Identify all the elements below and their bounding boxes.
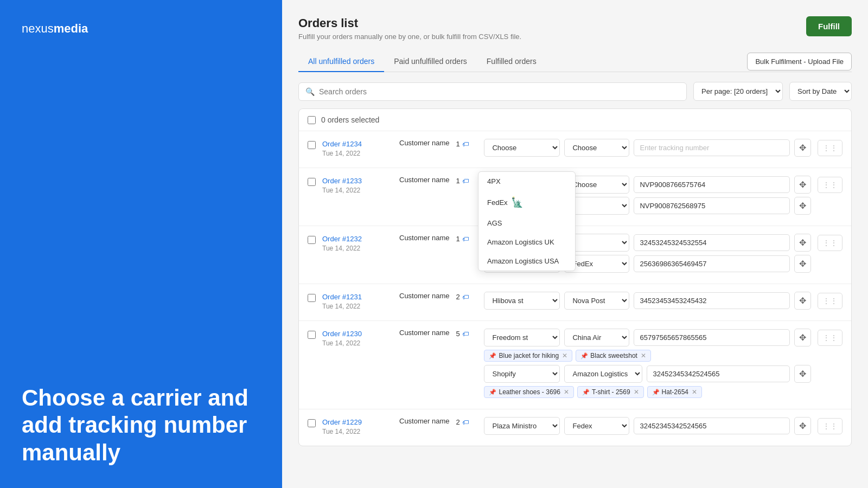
fulfill-button[interactable]: Fulfill bbox=[806, 16, 852, 36]
dropdown-item-4px[interactable]: 4PX bbox=[478, 172, 575, 191]
copy-button[interactable]: ✥ bbox=[794, 292, 811, 310]
address-select[interactable]: Plaza Ministro bbox=[484, 417, 560, 435]
carrier-select[interactable]: Nova Post bbox=[564, 292, 629, 310]
order-checkbox[interactable] bbox=[308, 236, 316, 244]
order-customer: Customer name bbox=[399, 329, 449, 337]
tags-row-2: 📌 Leather shoes - 3696 ✕ 📌 T-shirt - 256… bbox=[484, 386, 811, 398]
tab-paid-unfulfilled[interactable]: Paid unfulfilled orders bbox=[384, 52, 477, 72]
remove-tag-button[interactable]: ✕ bbox=[564, 388, 569, 396]
order-count: 1 🏷 bbox=[456, 140, 477, 148]
copy-button[interactable]: ✥ bbox=[794, 255, 811, 273]
customer-name: Customer name bbox=[399, 176, 449, 184]
order-checkbox[interactable] bbox=[308, 331, 316, 339]
tracking-input[interactable] bbox=[634, 329, 790, 346]
order-checkbox[interactable] bbox=[308, 178, 316, 186]
order-customer: Customer name bbox=[399, 417, 449, 425]
select-all-checkbox[interactable] bbox=[308, 116, 316, 124]
page-title: Orders list bbox=[298, 16, 521, 30]
sort-select[interactable]: Sort by Date bbox=[789, 82, 852, 101]
order-fulfillment: Freedom st China Air ✥ 📌 Blue jacket for… bbox=[484, 329, 811, 401]
order-checkbox[interactable] bbox=[308, 141, 316, 149]
orders-area: 0 orders selected Order #1234 Tue 14, 20… bbox=[298, 108, 852, 446]
order-number-link[interactable]: Order #1232 bbox=[322, 235, 362, 243]
search-box: 🔍 bbox=[298, 82, 687, 101]
carrier-select[interactable]: China Air bbox=[564, 329, 629, 346]
drag-handle[interactable]: ⋮⋮ bbox=[818, 418, 843, 434]
select-all-row: 0 orders selected bbox=[299, 109, 851, 131]
page-subtitle: Fulfill your orders manually one by one,… bbox=[298, 33, 521, 41]
order-count: 1 🏷 bbox=[456, 235, 477, 243]
tracking-input[interactable] bbox=[634, 292, 790, 309]
tracking-input[interactable] bbox=[634, 418, 790, 434]
pin-icon: 📌 bbox=[580, 352, 588, 359]
order-customer: Customer name bbox=[399, 139, 449, 147]
dropdown-item-amazon-usa[interactable]: Amazon Logistics USA bbox=[478, 252, 575, 271]
order-info: Order #1234 Tue 14, 2022 bbox=[322, 139, 393, 157]
bulk-fulfillment-button[interactable]: Bulk Fulfilment - Upload File bbox=[747, 53, 852, 70]
order-number-link[interactable]: Order #1233 bbox=[322, 177, 362, 185]
address-select[interactable]: Shopify bbox=[484, 365, 560, 383]
copy-button[interactable]: ✥ bbox=[794, 197, 811, 215]
copy-button[interactable]: ✥ bbox=[794, 234, 811, 252]
order-date: Tue 14, 2022 bbox=[322, 339, 393, 347]
order-number-link[interactable]: Order #1229 bbox=[322, 418, 362, 426]
tracking-input[interactable] bbox=[634, 139, 790, 156]
customer-name: Customer name bbox=[399, 417, 449, 425]
list-item: 📌 Hat-2654 ✕ bbox=[647, 386, 702, 398]
dropdown-item-fedex[interactable]: FedEx 🗽 bbox=[478, 191, 575, 214]
drag-handle[interactable]: ⋮⋮ bbox=[818, 235, 843, 251]
dropdown-item-amazon-uk[interactable]: Amazon Logistics UK bbox=[478, 233, 575, 252]
copy-button[interactable]: ✥ bbox=[794, 176, 811, 194]
search-input[interactable] bbox=[319, 87, 680, 96]
drag-handle[interactable]: ⋮⋮ bbox=[818, 177, 843, 193]
copy-button[interactable]: ✥ bbox=[794, 329, 811, 346]
remove-tag-button[interactable]: ✕ bbox=[562, 352, 567, 359]
order-date: Tue 14, 2022 bbox=[322, 245, 393, 252]
order-checkbox[interactable] bbox=[308, 294, 316, 302]
drag-handle[interactable]: ⋮⋮ bbox=[818, 140, 843, 156]
tracking-input[interactable] bbox=[634, 176, 790, 193]
carrier-select[interactable]: Fedex bbox=[564, 417, 629, 435]
carrier-select[interactable]: Choose bbox=[564, 139, 629, 157]
list-item: 📌 Blue jacket for hiking ✕ bbox=[484, 350, 572, 362]
remove-tag-button[interactable]: ✕ bbox=[641, 352, 646, 359]
order-count: 2 🏷 bbox=[456, 293, 477, 301]
fulfillment-line: Shopify Amazon Logistics ✥ bbox=[484, 365, 811, 383]
order-checkbox[interactable] bbox=[308, 419, 316, 427]
order-customer: Customer name bbox=[399, 176, 449, 184]
order-info: Order #1233 Tue 14, 2022 bbox=[322, 176, 393, 194]
address-select[interactable]: Choose bbox=[484, 139, 560, 157]
tag-label: Leather shoes - 3696 bbox=[499, 388, 560, 396]
tag-icon: 🏷 bbox=[462, 140, 469, 148]
order-number-link[interactable]: Order #1230 bbox=[322, 330, 362, 338]
tag-icon: 🏷 bbox=[462, 330, 469, 338]
pin-icon: 📌 bbox=[489, 389, 496, 396]
select-all-label: 0 orders selected bbox=[321, 115, 379, 124]
copy-button[interactable]: ✥ bbox=[794, 365, 811, 383]
tab-fulfilled[interactable]: Fulfilled orders bbox=[477, 52, 546, 72]
tabs-left: All unfulfilled orders Paid unfulfilled … bbox=[298, 52, 546, 72]
pin-icon: 📌 bbox=[489, 352, 496, 359]
carrier-select[interactable]: Amazon Logistics bbox=[564, 365, 642, 383]
remove-tag-button[interactable]: ✕ bbox=[634, 388, 639, 396]
tag-icon: 🏷 bbox=[462, 177, 469, 185]
drag-handle[interactable]: ⋮⋮ bbox=[818, 330, 843, 346]
page-header: Orders list Fulfill your orders manually… bbox=[298, 16, 852, 41]
order-number-link[interactable]: Order #1234 bbox=[322, 140, 362, 148]
tracking-input[interactable] bbox=[634, 255, 790, 272]
tracking-input[interactable] bbox=[647, 365, 790, 382]
per-page-select[interactable]: Per page: [20 orders] bbox=[693, 82, 783, 101]
table-row: Order #1231 Tue 14, 2022 Customer name 2… bbox=[299, 284, 851, 321]
dropdown-item-ags[interactable]: AGS bbox=[478, 214, 575, 233]
tab-all-unfulfilled[interactable]: All unfulfilled orders bbox=[298, 52, 384, 72]
order-number-link[interactable]: Order #1231 bbox=[322, 293, 362, 301]
remove-tag-button[interactable]: ✕ bbox=[692, 388, 697, 396]
address-select[interactable]: Hlibova st bbox=[484, 292, 560, 310]
drag-handle[interactable]: ⋮⋮ bbox=[818, 293, 843, 309]
order-count: 5 🏷 bbox=[456, 330, 477, 338]
tracking-input[interactable] bbox=[634, 234, 790, 251]
copy-button[interactable]: ✥ bbox=[794, 417, 811, 435]
tracking-input[interactable] bbox=[634, 197, 790, 214]
address-select[interactable]: Freedom st bbox=[484, 329, 560, 346]
copy-button[interactable]: ✥ bbox=[794, 139, 811, 157]
